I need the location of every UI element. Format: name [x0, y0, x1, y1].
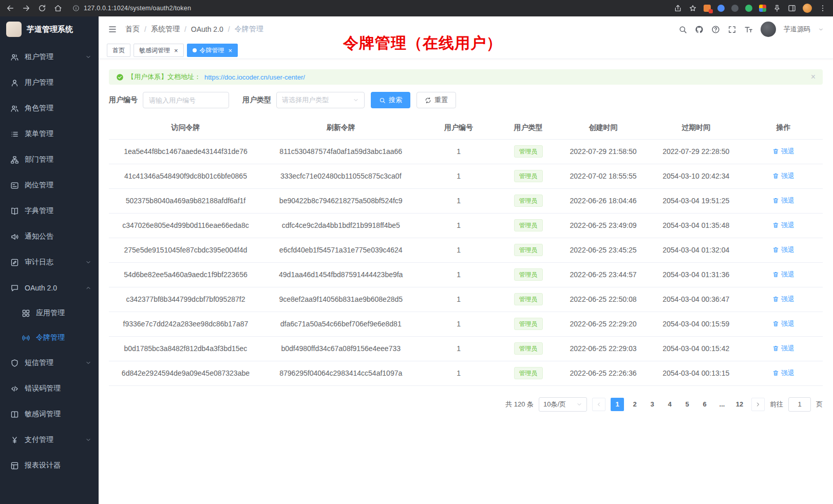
tab-0[interactable]: 首页	[107, 44, 130, 57]
extension-icon-1[interactable]	[704, 5, 711, 12]
app-logo[interactable]: 芋道管理系统	[0, 16, 99, 42]
cell-access-token: c342377bf8b344799dcbf7bf095287f2	[109, 287, 262, 312]
app-frame: 芋道管理系统 租户管理用户管理角色管理菜单管理部门管理岗位管理字典管理通知公告审…	[0, 16, 833, 504]
browser-profile-avatar[interactable]	[803, 4, 812, 13]
sidebar-item-role[interactable]: 角色管理	[0, 95, 99, 121]
sidebar-item-notice[interactable]: 通知公告	[0, 224, 99, 249]
cell-refresh-token: 9ce8ef2aa9f14056b831ae9b608e28d5	[262, 287, 420, 312]
force-logout-button[interactable]: 强退	[772, 221, 794, 230]
side-panel-icon[interactable]	[788, 4, 796, 12]
force-logout-button[interactable]: 强退	[772, 196, 794, 205]
tab-close-icon[interactable]: ×	[174, 47, 178, 54]
cell-user-type: 管理员	[498, 262, 559, 287]
home-icon[interactable]	[54, 4, 62, 12]
user-type-placeholder: 请选择用户类型	[282, 95, 329, 105]
share-icon[interactable]	[674, 4, 682, 12]
sidebar-item-menu[interactable]: 菜单管理	[0, 121, 99, 147]
sidebar-item-oauth2-token[interactable]: 令牌管理	[0, 325, 99, 350]
sidebar-item-pay[interactable]: 支付管理	[0, 427, 99, 453]
cell-expire-time: 2054-03-04 19:51:25	[648, 188, 744, 213]
user-name[interactable]: 芋道源码	[784, 25, 810, 34]
help-icon[interactable]	[711, 25, 720, 34]
page-size-select[interactable]: 10条/页	[539, 397, 587, 412]
extension-icon-2[interactable]	[717, 5, 725, 12]
force-logout-button[interactable]: 强退	[772, 171, 794, 181]
sidebar-item-tenant[interactable]: 租户管理	[0, 44, 99, 70]
tab-2[interactable]: 令牌管理×	[187, 44, 238, 57]
breadcrumb-item[interactable]: OAuth 2.0	[191, 25, 223, 33]
force-logout-button[interactable]: 强退	[772, 319, 794, 328]
user-type-tag: 管理员	[514, 170, 543, 182]
alert-link[interactable]: https://doc.iocoder.cn/user-center/	[204, 73, 305, 81]
cell-user-id: 1	[420, 312, 498, 336]
sidebar-item-error-code[interactable]: 错误码管理	[0, 376, 99, 401]
font-size-icon[interactable]	[744, 25, 753, 34]
force-logout-button[interactable]: 强退	[772, 369, 794, 378]
site-info-icon[interactable]	[72, 5, 80, 12]
force-logout-button[interactable]: 强退	[772, 344, 794, 353]
sidebar-item-sensitive-word[interactable]: 敏感词管理	[0, 401, 99, 427]
search-icon[interactable]	[678, 25, 687, 34]
page-button-3[interactable]: 3	[646, 398, 659, 411]
cell-refresh-token: b0df4980ffd34c67a08f9156e4eee733	[262, 336, 420, 361]
sidebar-item-user[interactable]: 用户管理	[0, 70, 99, 95]
reset-button[interactable]: 重置	[416, 92, 456, 108]
table-row: 502375b8040a469a9b82188afdf6af1fbe90422b…	[109, 188, 823, 213]
header-actions: 芋道源码	[678, 22, 824, 37]
sidebar-item-audit-log[interactable]: 审计日志	[0, 249, 99, 275]
force-logout-button[interactable]: 强退	[772, 147, 794, 156]
reload-icon[interactable]	[38, 4, 46, 12]
page-button-2[interactable]: 2	[628, 398, 641, 411]
sidebar-item-report-designer[interactable]: 报表设计器	[0, 453, 99, 478]
sidebar-item-post[interactable]: 岗位管理	[0, 172, 99, 198]
pin-extension-icon[interactable]	[773, 4, 781, 12]
collapse-menu-icon[interactable]	[108, 25, 117, 34]
next-page-button[interactable]	[751, 398, 765, 411]
user-avatar[interactable]	[761, 22, 776, 37]
fullscreen-icon[interactable]	[728, 25, 736, 34]
sidebar-item-label: 角色管理	[25, 104, 53, 113]
breadcrumb-item[interactable]: 令牌管理	[235, 25, 263, 34]
breadcrumb-item[interactable]: 首页	[125, 25, 140, 34]
force-logout-button[interactable]: 强退	[772, 270, 794, 279]
sidebar-item-oauth2[interactable]: OAuth 2.0	[0, 275, 99, 301]
cell-user-id: 1	[420, 262, 498, 287]
tab-label: 敏感词管理	[139, 46, 170, 55]
sidebar-item-oauth2-app[interactable]: 应用管理	[0, 301, 99, 325]
bookmark-star-icon[interactable]	[689, 4, 697, 12]
extension-icon-3[interactable]	[731, 5, 739, 12]
user-type-select[interactable]: 请选择用户类型	[276, 92, 365, 108]
badge-icon	[10, 181, 19, 190]
token-table-body: 1ea5e44f8bc1467aaede43144f31de76811c5304…	[109, 139, 823, 385]
goto-page-input[interactable]	[788, 397, 811, 412]
page-button-12[interactable]: 12	[733, 398, 746, 411]
forward-icon[interactable]	[22, 4, 30, 12]
user-id-input[interactable]	[143, 92, 229, 108]
breadcrumb-separator: /	[144, 25, 146, 33]
address-bar[interactable]: 127.0.0.1:1024/system/oauth2/token	[68, 3, 668, 14]
chevron-down-icon	[85, 259, 91, 265]
page-button-6[interactable]: 6	[698, 398, 711, 411]
extension-icon-5[interactable]	[759, 5, 766, 12]
chevron-down-icon[interactable]	[818, 27, 824, 32]
alert-close-icon[interactable]: ×	[811, 73, 816, 81]
tab-close-icon[interactable]: ×	[229, 47, 233, 54]
github-icon[interactable]	[695, 25, 704, 34]
cell-expire-time: 2054-03-04 00:15:59	[648, 312, 744, 336]
tab-1[interactable]: 敏感词管理×	[134, 44, 184, 57]
search-button[interactable]: 搜索	[371, 92, 410, 108]
prev-page-button[interactable]	[592, 398, 605, 411]
sidebar-item-dept[interactable]: 部门管理	[0, 147, 99, 172]
page-button-4[interactable]: 4	[663, 398, 676, 411]
force-logout-button[interactable]: 强退	[772, 245, 794, 255]
sidebar-item-dict[interactable]: 字典管理	[0, 198, 99, 224]
breadcrumb-item[interactable]: 系统管理	[151, 25, 180, 34]
force-logout-button[interactable]: 强退	[772, 295, 794, 304]
browser-menu-icon[interactable]	[819, 4, 827, 12]
sidebar-item-sms[interactable]: 短信管理	[0, 350, 99, 376]
page-button-5[interactable]: 5	[680, 398, 694, 411]
page-ellipsis[interactable]: ...	[715, 398, 729, 411]
extension-icon-4[interactable]	[745, 5, 752, 12]
back-icon[interactable]	[6, 4, 14, 12]
page-button-1[interactable]: 1	[611, 398, 624, 411]
